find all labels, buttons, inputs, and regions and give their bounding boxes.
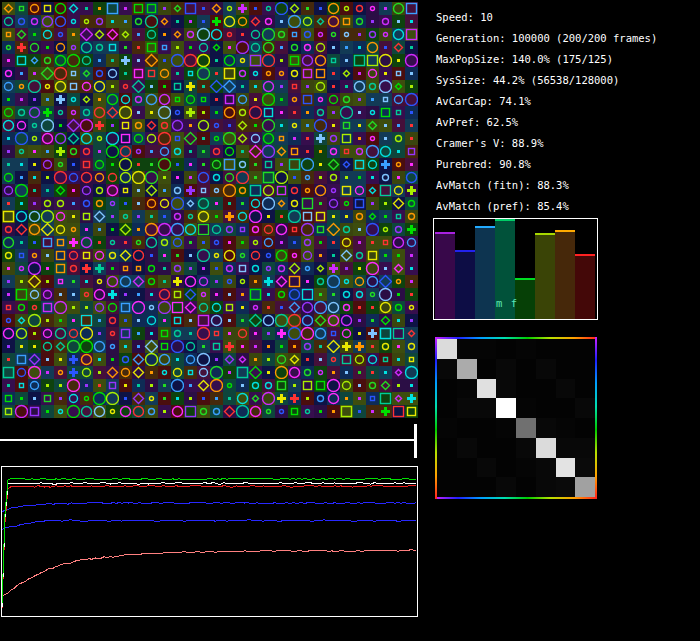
bar [435, 232, 455, 319]
matrix-cell [556, 398, 576, 418]
timeline-scrubber-track[interactable] [0, 439, 416, 441]
matrix-cell [536, 477, 556, 497]
stat-line: AvMatch (fitn): 88.3% [436, 175, 657, 196]
matrix-cell [457, 438, 477, 458]
stat-line: AvCarCap: 74.1% [436, 91, 657, 112]
matrix-cell [516, 458, 536, 478]
stat-line: Purebred: 90.8% [436, 154, 657, 175]
matrix-cell [516, 359, 536, 379]
matrix-cells [437, 339, 595, 497]
matrix-cell [496, 477, 516, 497]
bar [575, 254, 595, 319]
matrix-cell [457, 359, 477, 379]
matrix-cell [437, 438, 457, 458]
matrix-cell [516, 418, 536, 438]
matrix-cell [457, 379, 477, 399]
matrix-cell [457, 477, 477, 497]
stat-line: SysSize: 44.2% (56538/128000) [436, 70, 657, 91]
matrix-cell [556, 339, 576, 359]
matrix-cell [575, 458, 595, 478]
matrix-cell [536, 398, 556, 418]
matrix-cell [556, 359, 576, 379]
matrix-cell [516, 477, 536, 497]
matrix-cell [556, 438, 576, 458]
bar [555, 230, 575, 319]
matrix-cell [536, 458, 556, 478]
matrix-cell [496, 398, 516, 418]
bar-stripe [535, 233, 555, 235]
matrix-cell [437, 477, 457, 497]
matrix-cell [496, 438, 516, 458]
matrix-cell [556, 418, 576, 438]
bar-stripe [575, 254, 595, 256]
matrix-cell [516, 398, 536, 418]
matrix-cell [437, 339, 457, 359]
stat-line: AvMatch (pref): 85.4% [436, 196, 657, 217]
stat-line: MaxPopSize: 140.0% (175/125) [436, 49, 657, 70]
matrix-cell [556, 458, 576, 478]
stats-panel: Speed: 10Generation: 100000 (200/200 fra… [436, 7, 657, 217]
stat-line: Cramer's V: 88.9% [436, 133, 657, 154]
blue-line-2 [2, 520, 416, 530]
matrix-cell [457, 418, 477, 438]
matrix-cell [496, 359, 516, 379]
bar-stripe [475, 226, 495, 228]
matrix-cell [575, 379, 595, 399]
matrix-cell [496, 339, 516, 359]
matrix-cell [575, 398, 595, 418]
bar [455, 250, 475, 319]
matrix-cell [496, 458, 516, 478]
matrix-color-key-right [595, 337, 597, 499]
pairing-matrix [435, 337, 597, 499]
world-grid[interactable] [2, 2, 418, 418]
matrix-cell [496, 379, 516, 399]
matrix-cell [437, 398, 457, 418]
matrix-cell [477, 398, 497, 418]
stat-line: Speed: 10 [436, 7, 657, 28]
matrix-color-key-bottom [435, 497, 597, 499]
matrix-cell [575, 477, 595, 497]
matrix-cell [457, 458, 477, 478]
timeline-scrubber-thumb[interactable] [414, 424, 417, 458]
bar [475, 226, 495, 319]
matrix-cell [477, 339, 497, 359]
white-line [2, 483, 416, 607]
bar [535, 233, 555, 319]
matrix-cell [536, 438, 556, 458]
matrix-cell [437, 359, 457, 379]
matrix-cell [437, 458, 457, 478]
male-female-label: m f [496, 297, 518, 309]
bar-stripe [515, 278, 535, 280]
blue-line-1 [2, 502, 416, 511]
bar-stripe [555, 230, 575, 232]
matrix-cell [575, 438, 595, 458]
matrix-cell [556, 379, 576, 399]
stat-line: Generation: 100000 (200/200 frames) [436, 28, 657, 49]
population-bar-chart: m f [433, 218, 598, 320]
matrix-cell [477, 458, 497, 478]
matrix-cell [536, 379, 556, 399]
matrix-cell [575, 418, 595, 438]
matrix-cell [437, 379, 457, 399]
history-line-chart [1, 466, 418, 617]
matrix-cell [477, 477, 497, 497]
stat-line: AvPref: 62.5% [436, 112, 657, 133]
matrix-cell [556, 477, 576, 497]
matrix-cell [437, 418, 457, 438]
matrix-cell [516, 379, 536, 399]
green-line [2, 478, 416, 604]
bar-stripe [435, 232, 455, 234]
matrix-cell [516, 339, 536, 359]
matrix-cell [477, 438, 497, 458]
matrix-cell [536, 359, 556, 379]
matrix-cell [575, 339, 595, 359]
bar-stripe [455, 250, 475, 252]
app-window: Speed: 10Generation: 100000 (200/200 fra… [0, 0, 700, 641]
matrix-cell [516, 438, 536, 458]
bar-stripe [495, 219, 515, 221]
matrix-cell [457, 398, 477, 418]
matrix-cell [496, 418, 516, 438]
bar [515, 278, 535, 319]
pink-line [2, 550, 416, 597]
matrix-cell [477, 359, 497, 379]
